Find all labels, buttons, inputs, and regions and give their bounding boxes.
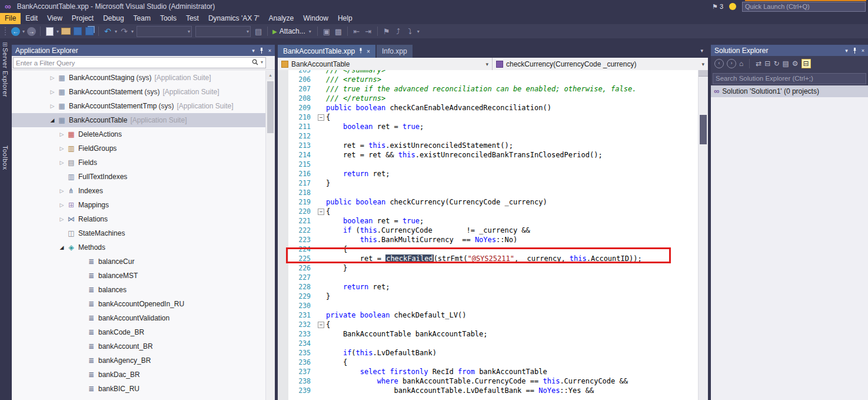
code-line-217[interactable]: 217} [288,178,699,188]
previous-bookmark-icon[interactable]: ⤴ [393,26,404,37]
notification-count[interactable]: 3 [720,3,723,10]
fold-collapse-icon[interactable]: − [316,207,326,216]
preview-selected-items-icon[interactable]: ⊟ [802,59,811,68]
tree-item-fields[interactable]: ▷▤Fields [12,156,266,170]
code-line-226[interactable]: 226 } [288,263,699,273]
code-line-219[interactable]: 219public boolean checkCurrency(Currency… [288,197,699,207]
tree-item-bankaccountstatement[interactable]: ▷▦BankAccountStatement(sys)[Application … [12,85,266,99]
code-line-228[interactable]: 228 return ret; [288,282,699,292]
sidebar-tab-server-explorer[interactable]: Server Explorer [2,48,9,97]
code-line-234[interactable]: 234 [288,339,699,348]
scrollbar-thumb[interactable] [700,115,707,144]
search-icon[interactable]: ▾ [252,59,264,65]
editor-scrollbar[interactable] [698,70,708,400]
tree-item-bankaccount-br[interactable]: ≣bankAccount_BR [12,339,266,353]
tree-item-balancemst[interactable]: ≣balanceMST [12,269,266,283]
tree-scrollbar[interactable]: ▲ [265,71,275,400]
notifications-flag-icon[interactable]: ⚑ [712,3,718,11]
code-line-229[interactable]: 229} [288,292,699,301]
tree-item-deleteactions[interactable]: ▷▦DeleteActions [12,127,266,141]
sidebar-tab-toolbox[interactable]: Toolbox [2,146,9,170]
immediate-window-icon[interactable]: ▩ [333,26,344,37]
code-editor[interactable]: 205/// </summary>206/// <returns>207/// … [278,70,708,400]
menu-debug[interactable]: Debug [98,13,128,24]
debug-target-combo[interactable]: ▾ [137,26,192,37]
tree-item-fieldgroups[interactable]: ▷▥FieldGroups [12,141,266,156]
expanded-expander-icon[interactable]: ◢ [48,117,56,123]
collapsed-expander-icon[interactable]: ▷ [48,75,56,81]
code-line-227[interactable]: 227 [288,273,699,282]
tree-item-mappings[interactable]: ▷⊞Mappings [12,198,266,212]
collapsed-expander-icon[interactable]: ▷ [58,160,66,166]
tree-item-indexes[interactable]: ▷⋔Indexes [12,184,266,198]
tree-item-bankdac-br[interactable]: ≣bankDac_BR [12,368,266,382]
code-line-209[interactable]: 209public boolean checkCanEnableAdvanced… [288,103,699,113]
collapsed-expander-icon[interactable]: ▷ [58,188,66,194]
code-line-238[interactable]: 238 where bankAccountTable.CurrencyCode … [288,376,699,386]
window-position-icon[interactable]: ▾ [252,48,255,54]
tree-item-bankbic-ru[interactable]: ≣bankBIC_RU [12,382,266,396]
find-icon[interactable]: ▤ [253,26,264,37]
code-line-231[interactable]: 231private boolean checkDefault_LV() [288,310,699,320]
breakpoint-window-icon[interactable]: ▣ [321,26,332,37]
menu-file[interactable]: File [0,13,21,24]
redo-dropdown-icon[interactable]: ▾ [131,29,134,34]
code-line-235[interactable]: 235 if(this.LvDefaultBank) [288,348,699,358]
solution-root-row[interactable]: ∞ Solution 'Solution1' (0 projects) [711,85,868,97]
quick-launch-input[interactable] [742,2,866,12]
save-all-icon[interactable] [84,26,95,37]
tree-item-bankaccountstaging[interactable]: ▷▦BankAccountStaging(sys)[Application Su… [12,71,266,85]
undo-icon[interactable]: ↶ [102,26,113,37]
menu-window[interactable]: Window [298,13,333,24]
pin-icon[interactable] [852,48,857,54]
tree-item-bankcode-br[interactable]: ≣bankCode_BR [12,325,266,339]
home-icon[interactable]: ⌂ [739,59,743,68]
navigate-forward-icon[interactable]: › [727,59,736,68]
scroll-up-icon[interactable]: ▲ [266,71,275,80]
expanded-expander-icon[interactable]: ◢ [58,244,66,250]
tree-item-relations[interactable]: ▷⋈Relations [12,212,266,226]
breakpoint-margin[interactable] [278,70,288,400]
window-position-icon[interactable]: ▾ [845,48,848,54]
code-line-239[interactable]: 239 bankAccountTable.LvDefaultBank == No… [288,386,699,395]
menu-analyze[interactable]: Analyze [264,13,299,24]
properties-icon[interactable]: ⚙ [792,59,799,68]
attach-dropdown-icon[interactable]: ▾ [309,29,311,34]
tree-item-bankaccounttable[interactable]: ◢▦BankAccountTable[Application Suite] [12,113,266,127]
menu-help[interactable]: Help [333,13,357,24]
tree-item-methods[interactable]: ◢◈Methods [12,240,266,254]
pin-icon[interactable] [358,47,363,55]
collapsed-expander-icon[interactable]: ▷ [58,202,66,208]
collapsed-expander-icon[interactable]: ▷ [58,216,66,222]
code-line-210[interactable]: 210−{ [288,113,699,122]
code-line-233[interactable]: 233 BankAccountTable bankAccountTable; [288,329,699,339]
bookmark-icon[interactable]: ⚑ [381,26,392,37]
collapsed-expander-icon[interactable]: ▷ [48,89,56,95]
collapsed-expander-icon[interactable]: ▷ [58,131,66,137]
refresh-icon[interactable]: ↻ [773,59,779,68]
filter-query-input[interactable] [13,57,266,68]
tree-item-bankagency-br[interactable]: ≣bankAgency_BR [12,353,266,368]
code-line-236[interactable]: 236 { [288,358,699,367]
code-line-212[interactable]: 212 [288,131,699,141]
tree-item-bankaccountstatementtmp[interactable]: ▷▦BankAccountStatementTmp(sys)[Applicati… [12,99,266,113]
code-line-216[interactable]: 216 return ret; [288,169,699,178]
code-line-232[interactable]: 232−{ [288,320,699,329]
menu-tools[interactable]: Tools [155,13,181,24]
solution-configuration-combo[interactable]: ▾ [195,26,251,37]
code-line-237[interactable]: 237 select firstonly RecId from bankAcco… [288,367,699,376]
menu-team[interactable]: Team [129,13,155,24]
menu-test[interactable]: Test [181,13,204,24]
sync-with-active-document-icon[interactable]: ⇄ [756,59,761,68]
code-line-208[interactable]: 208/// </returns> [288,94,699,103]
tree-item-bankaccountvalidation[interactable]: ≣bankAccountValidation [12,311,266,325]
navigate-backward-icon[interactable]: ← [11,27,20,36]
code-line-222[interactable]: 222 if (this.CurrencyCode != _currency &… [288,226,699,235]
scrollbar-thumb[interactable] [267,81,274,133]
collapse-all-icon[interactable]: ⊟ [764,59,770,68]
attach-button[interactable]: ▶ Attach... ▾ [272,27,312,35]
tree-item-statemachines[interactable]: ◫StateMachines [12,226,266,240]
open-file-icon[interactable] [61,26,71,37]
new-file-dropdown-icon[interactable]: ▾ [56,29,59,34]
new-file-icon[interactable] [44,26,55,37]
